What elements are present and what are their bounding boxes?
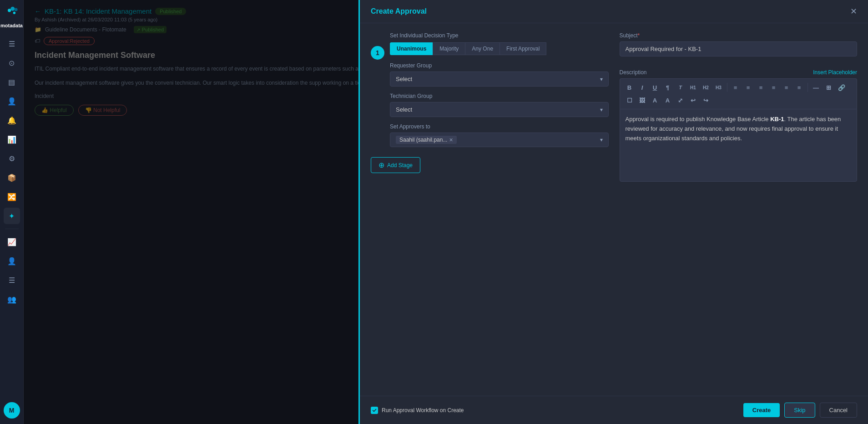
toolbar-list-ordered[interactable]: ≡ <box>793 82 805 93</box>
toolbar-embed[interactable]: ☐ <box>624 94 636 106</box>
sidebar-item-settings[interactable]: ⚙ <box>4 150 20 167</box>
sidebar-bottom-icon[interactable]: M <box>4 402 20 419</box>
technician-group-label: Technician Group <box>390 93 609 99</box>
toolbar-paragraph[interactable]: ¶ <box>662 82 674 93</box>
create-approval-modal: Create Approval ✕ 1 Set Individual Decis… <box>358 0 868 424</box>
requester-group-value: Select <box>396 76 412 82</box>
requester-group-label: Requester Group <box>390 62 609 69</box>
sidebar-item-menu[interactable]: ☰ <box>4 36 20 52</box>
tab-any-one[interactable]: Any One <box>465 42 500 55</box>
svg-point-2 <box>14 8 17 11</box>
right-panel: Subject* Description Insert Placeholder … <box>620 32 858 387</box>
subject-label: Subject* <box>620 32 858 39</box>
subject-input[interactable] <box>620 41 858 56</box>
stage-container: 1 Set Individual Decision Type Unanimous… <box>371 32 609 153</box>
add-stage-button[interactable]: ⊕ Add Stage <box>371 157 420 173</box>
sidebar-item-approvals[interactable]: 🔀 <box>4 189 20 205</box>
skip-button[interactable]: Skip <box>784 403 815 418</box>
sidebar-item-list[interactable]: ☰ <box>4 272 20 288</box>
required-star: * <box>638 32 640 39</box>
sidebar-item-notifications[interactable]: 🔔 <box>4 112 20 128</box>
toolbar-h2[interactable]: H2 <box>700 82 712 93</box>
toolbar-table[interactable]: ⊞ <box>823 82 835 93</box>
workflow-checkbox[interactable] <box>371 407 378 414</box>
set-approvers-label: Set Approvers to <box>390 123 609 130</box>
toolbar-hr[interactable]: — <box>810 82 822 93</box>
toolbar-redo[interactable]: ↪ <box>700 94 712 106</box>
add-stage-label: Add Stage <box>387 162 413 169</box>
sidebar-item-reports[interactable]: 📊 <box>4 131 20 148</box>
sidebar-divider <box>5 229 19 229</box>
modal-header: Create Approval ✕ <box>360 0 868 23</box>
toolbar-align-center[interactable]: ≡ <box>742 82 754 93</box>
editor-toolbar: B I U ¶ T H1 H2 H3 ≡ ≡ ≡ ≡ <box>620 78 858 109</box>
toolbar-list-unordered[interactable]: ≡ <box>781 82 792 93</box>
toolbar-h1[interactable]: H1 <box>687 82 699 93</box>
toolbar-align-left[interactable]: ≡ <box>730 82 742 93</box>
approver-tag: Saahil (saahil.pan... × <box>396 136 457 144</box>
toolbar-h3[interactable]: H3 <box>713 82 725 93</box>
sidebar-item-users[interactable]: 👤 <box>4 93 20 109</box>
toolbar-align-right[interactable]: ≡ <box>755 82 767 93</box>
svg-point-3 <box>13 12 15 14</box>
decision-type-label: Set Individual Decision Type <box>390 32 609 39</box>
workflow-label: Run Approval Workflow on Create <box>382 407 464 414</box>
requester-group-select[interactable]: Select ▾ <box>390 72 609 87</box>
editor-body[interactable]: Approval is required to publish Knowledg… <box>620 109 858 182</box>
sidebar-item-tickets[interactable]: ▤ <box>4 74 20 90</box>
modal-overlay: Create Approval ✕ 1 Set Individual Decis… <box>24 0 868 424</box>
tag-remove-icon[interactable]: × <box>449 137 453 143</box>
workflow-checkbox-group: Run Approval Workflow on Create <box>371 407 464 414</box>
toolbar-bold[interactable]: B <box>624 82 636 93</box>
approvers-select[interactable]: Saahil (saahil.pan... × ▾ <box>390 133 609 147</box>
toolbar-italic[interactable]: I <box>636 82 648 93</box>
add-stage-icon: ⊕ <box>378 161 384 169</box>
tab-majority[interactable]: Majority <box>433 42 465 55</box>
sidebar: motadata ☰ ⊙ ▤ 👤 🔔 📊 ⚙ 📦 🔀 ✦ 📈 👤 ☰ 👥 M <box>0 0 24 424</box>
stage-number: 1 <box>371 46 384 60</box>
toolbar-image[interactable]: 🖼 <box>636 94 648 106</box>
toolbar-bg-color[interactable]: A <box>662 94 674 106</box>
description-header: Description Insert Placeholder <box>620 69 858 76</box>
toolbar-sep-2 <box>807 83 808 92</box>
set-approvers-field: Set Approvers to Saahil (saahil.pan... ×… <box>390 123 609 147</box>
sidebar-item-analytics[interactable]: 📈 <box>4 234 20 250</box>
sidebar-item-intelligence[interactable]: ✦ <box>4 208 20 224</box>
toolbar-undo[interactable]: ↩ <box>687 94 699 106</box>
toolbar-fullscreen[interactable]: ⤢ <box>675 94 686 106</box>
requester-group-field: Requester Group Select ▾ <box>390 62 609 87</box>
left-panel: 1 Set Individual Decision Type Unanimous… <box>371 32 609 387</box>
toolbar-align-justify[interactable]: ≡ <box>768 82 780 93</box>
modal-title: Create Approval <box>371 7 427 15</box>
sidebar-item-team[interactable]: 👥 <box>4 291 20 307</box>
modal-body: 1 Set Individual Decision Type Unanimous… <box>360 23 868 396</box>
stage-form: Set Individual Decision Type Unanimous M… <box>390 32 609 153</box>
description-label: Description <box>620 69 647 76</box>
modal-footer: Run Approval Workflow on Create Create S… <box>360 396 868 424</box>
decision-tabs: Unanimous Majority Any One First Approva… <box>390 42 609 55</box>
create-button[interactable]: Create <box>743 403 780 417</box>
modal-close-button[interactable]: ✕ <box>850 7 857 15</box>
tab-unanimous[interactable]: Unanimous <box>390 42 433 55</box>
svg-point-0 <box>8 9 11 12</box>
toolbar-underline[interactable]: U <box>649 82 661 93</box>
main-content: ← KB-1: KB 14: Incident Management Publi… <box>24 0 868 424</box>
tab-first-approval[interactable]: First Approval <box>500 42 546 55</box>
technician-group-field: Technician Group Select ▾ <box>390 93 609 117</box>
toolbar-sep-1 <box>727 83 727 92</box>
toolbar-link[interactable]: 🔗 <box>836 82 848 93</box>
technician-group-value: Select <box>396 106 412 113</box>
insert-placeholder-button[interactable]: Insert Placeholder <box>813 69 857 76</box>
cancel-button[interactable]: Cancel <box>820 403 857 418</box>
sidebar-item-dashboard[interactable]: ⊙ <box>4 55 20 71</box>
approvers-chevron-icon: ▾ <box>600 137 603 143</box>
toolbar-font-color[interactable]: A <box>649 94 661 106</box>
logo: motadata <box>0 5 23 28</box>
technician-group-select[interactable]: Select ▾ <box>390 102 609 117</box>
sidebar-item-profile[interactable]: 👤 <box>4 253 20 269</box>
description-field: Description Insert Placeholder B I U ¶ T… <box>620 69 858 182</box>
chevron-down-icon: ▾ <box>600 76 603 82</box>
subject-field: Subject* <box>620 32 858 63</box>
sidebar-item-catalog[interactable]: 📦 <box>4 169 20 186</box>
toolbar-text[interactable]: T <box>675 82 686 93</box>
